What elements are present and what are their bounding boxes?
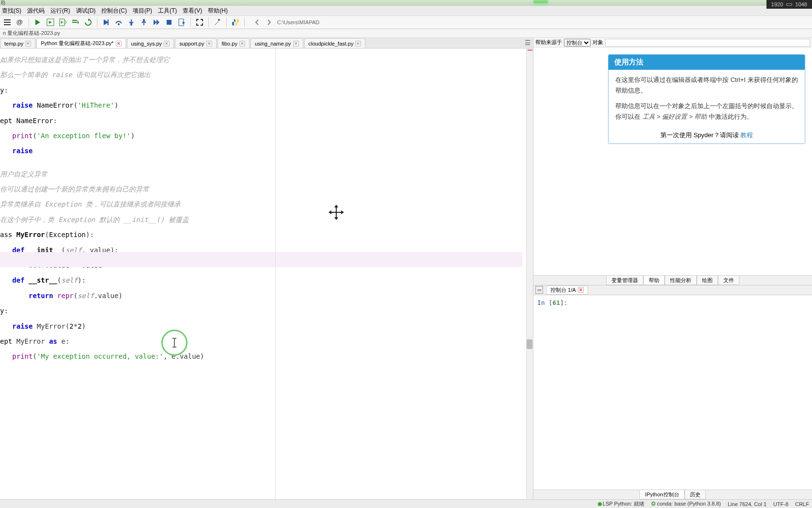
tutorial-link[interactable]: 教程: [740, 131, 753, 139]
menu-source[interactable]: 源代码: [27, 7, 45, 15]
svg-rect-7: [72, 22, 77, 23]
status-position: Line 7624, Col 1: [728, 501, 766, 507]
console-tab[interactable]: 控制台 1/A✕: [546, 286, 588, 295]
editor-tab[interactable]: temp.py✕: [0, 38, 35, 48]
help-source-select[interactable]: 控制台: [564, 39, 591, 47]
menu-debug[interactable]: 调试(D): [76, 7, 96, 15]
help-footer: 第一次使用 Spyder？请阅读 教程: [609, 127, 805, 143]
status-eol: CRLF: [795, 501, 809, 507]
toolbar: @ C:\Users\MIAPAD: [0, 16, 812, 29]
working-directory[interactable]: C:\Users\MIAPAD: [277, 19, 319, 25]
close-icon[interactable]: ✕: [164, 41, 170, 47]
status-bar: LSP Python: 就绪 ✪ conda: base (Python 3.8…: [0, 499, 812, 508]
menu-console[interactable]: 控制台(C): [101, 7, 127, 15]
run-cell-button[interactable]: [45, 17, 56, 28]
title-fragment: 8): [1, 0, 5, 5]
maximize-pane-button[interactable]: [194, 17, 205, 28]
editor-scrollbar[interactable]: [526, 48, 533, 499]
svg-rect-12: [167, 20, 172, 25]
help-source-label: 帮助来源于: [535, 39, 562, 46]
svg-rect-8: [108, 19, 109, 25]
svg-point-10: [130, 24, 132, 26]
tab-plot[interactable]: 绘图: [697, 276, 718, 285]
svg-rect-0: [4, 19, 11, 20]
run-cell-advance-button[interactable]: [58, 17, 68, 28]
tab-files[interactable]: 文件: [718, 276, 739, 285]
title-bar: 8): [0, 0, 812, 6]
step-into-button[interactable]: [126, 17, 137, 28]
editor-tab[interactable]: fibo.py✕: [218, 38, 250, 48]
help-object-input[interactable]: [605, 39, 810, 47]
menu-tool[interactable]: 工具(T): [158, 7, 177, 15]
forward-button[interactable]: [264, 17, 274, 28]
help-body: 使用方法 在这里你可以通过在编辑器或者终端中按 Ctrl+I 来获得任何对象的帮…: [533, 48, 812, 275]
continue-button[interactable]: [151, 17, 162, 28]
close-icon[interactable]: ✕: [239, 41, 245, 47]
menu-run[interactable]: 运行(R): [50, 7, 70, 15]
tab-help[interactable]: 帮助: [643, 276, 665, 285]
menu-find[interactable]: 查找(S): [2, 7, 21, 15]
current-line-highlight: [0, 252, 522, 267]
svg-rect-6: [72, 20, 77, 21]
close-icon[interactable]: ✕: [206, 41, 212, 47]
menu-view[interactable]: 查看(V): [183, 7, 202, 15]
toolbar-separator: [244, 17, 245, 27]
cursor-highlight-ring: [161, 330, 187, 356]
rerun-button[interactable]: [83, 17, 94, 28]
preferences-button[interactable]: [212, 17, 223, 28]
toolbar-separator: [208, 17, 209, 27]
python-path-button[interactable]: [230, 17, 241, 28]
menu-project[interactable]: 项目(P): [133, 7, 152, 15]
tab-history[interactable]: 历史: [685, 490, 706, 499]
link-icon: ⊂⊃: [786, 1, 792, 8]
tab-variables[interactable]: 变量管理器: [606, 276, 643, 285]
svg-point-9: [118, 23, 120, 25]
tab-profiler[interactable]: 性能分析: [665, 276, 697, 285]
ipython-console[interactable]: In [61]:: [533, 295, 812, 490]
editor-tab[interactable]: support.py✕: [175, 38, 216, 48]
toolbar-separator: [226, 17, 227, 27]
close-icon[interactable]: ✕: [116, 41, 122, 47]
run-selection-button[interactable]: [70, 17, 81, 28]
svg-text:@: @: [16, 18, 23, 26]
tab-menu-icon[interactable]: ☰: [525, 39, 531, 47]
close-icon[interactable]: ✕: [355, 41, 361, 47]
step-out-button[interactable]: [139, 17, 149, 28]
stop-button[interactable]: [164, 17, 174, 28]
source-button[interactable]: @: [15, 17, 25, 28]
svg-rect-2: [4, 24, 11, 25]
back-button[interactable]: [252, 17, 263, 28]
run-button[interactable]: [32, 17, 43, 28]
console-tabs: ▭ 控制台 1/A✕: [533, 286, 812, 295]
editor-tab[interactable]: Python 量化编程基础-2023.py*✕: [36, 38, 125, 48]
menu-bar[interactable]: 查找(S) 源代码 运行(R) 调试(D) 控制台(C) 项目(P) 工具(T)…: [0, 6, 812, 16]
status-encoding: UTF-8: [773, 501, 788, 507]
close-icon[interactable]: ✕: [293, 41, 299, 47]
ibeam-cursor-icon: [174, 338, 175, 347]
help-object-label: 对象: [593, 39, 603, 46]
new-console-button[interactable]: ▭: [535, 286, 543, 294]
step-over-button[interactable]: [113, 17, 124, 28]
code-editor[interactable]: 如果你只想知道这是否抛出了一个异常，并不想去处理它 那么一个简单的 raise …: [0, 48, 533, 499]
tab-ipython[interactable]: IPython控制台: [640, 490, 684, 499]
editor-tab[interactable]: cloudpickle_fast.py✕: [304, 38, 366, 48]
status-conda[interactable]: ✪ conda: base (Python 3.8.8): [651, 501, 721, 507]
status-lsp: LSP Python: 就绪: [598, 500, 644, 508]
help-card-title: 使用方法: [609, 55, 805, 70]
debug-file-button[interactable]: [176, 17, 187, 28]
toolbar-separator: [29, 17, 29, 27]
editor-tab[interactable]: using_name.py✕: [250, 38, 303, 48]
window-activity-indicator: [533, 0, 548, 3]
help-text: 在这里你可以通过在编辑器或者终端中按 Ctrl+I 来获得任何对象的帮助信息。: [615, 75, 798, 96]
close-icon[interactable]: ✕: [578, 287, 584, 293]
editor-tab[interactable]: using_sys.py✕: [127, 38, 174, 48]
close-icon[interactable]: ✕: [25, 41, 31, 47]
debug-button[interactable]: [101, 17, 111, 28]
outline-button[interactable]: [2, 17, 13, 28]
help-text: 帮助信息可以在一个对象之后加上一个左圆括号的时候自动显示。 你可以在 工具 > …: [615, 101, 798, 122]
menu-help[interactable]: 帮助(H): [208, 7, 228, 15]
editor-tabs: temp.py✕ Python 量化编程基础-2023.py*✕ using_s…: [0, 38, 533, 48]
help-card: 使用方法 在这里你可以通过在编辑器或者终端中按 Ctrl+I 来获得任何对象的帮…: [608, 54, 805, 144]
editor-ruler: [275, 48, 276, 499]
move-cursor-icon: [328, 204, 345, 222]
